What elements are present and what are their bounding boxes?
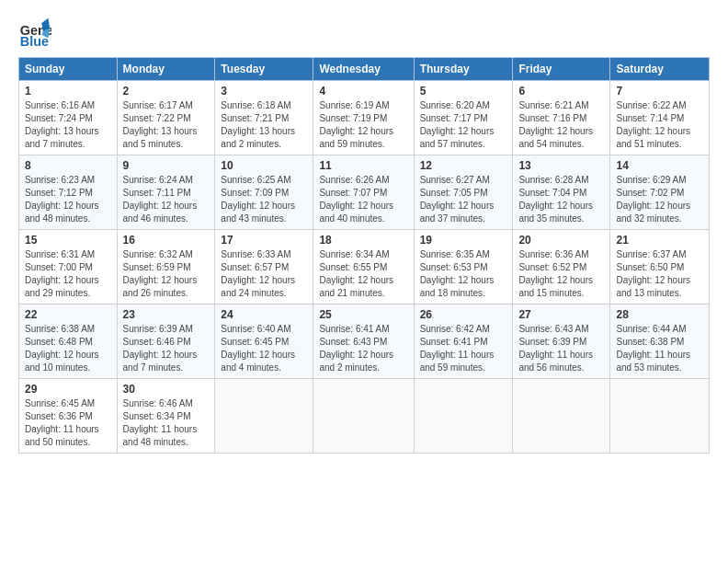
week-row-4: 22Sunrise: 6:38 AM Sunset: 6:48 PM Dayli… — [19, 304, 710, 379]
day-number: 7 — [616, 85, 703, 98]
day-number: 3 — [221, 85, 307, 98]
col-header-tuesday: Tuesday — [215, 58, 313, 81]
day-number: 8 — [25, 159, 111, 172]
day-number: 19 — [420, 234, 507, 247]
day-number: 2 — [123, 85, 210, 98]
calendar-cell: 28Sunrise: 6:44 AM Sunset: 6:38 PM Dayli… — [610, 304, 710, 379]
calendar-cell: 21Sunrise: 6:37 AM Sunset: 6:50 PM Dayli… — [610, 230, 710, 304]
day-info: Sunrise: 6:37 AM Sunset: 6:50 PM Dayligh… — [616, 248, 703, 300]
day-info: Sunrise: 6:45 AM Sunset: 6:36 PM Dayligh… — [25, 397, 111, 449]
day-info: Sunrise: 6:33 AM Sunset: 6:57 PM Dayligh… — [221, 248, 307, 300]
day-info: Sunrise: 6:42 AM Sunset: 6:41 PM Dayligh… — [420, 323, 507, 374]
col-header-thursday: Thursday — [414, 58, 513, 81]
day-info: Sunrise: 6:39 AM Sunset: 6:46 PM Dayligh… — [123, 323, 210, 374]
day-number: 23 — [123, 308, 210, 321]
calendar-cell — [215, 379, 313, 454]
calendar-cell: 7Sunrise: 6:22 AM Sunset: 7:14 PM Daylig… — [610, 81, 710, 155]
calendar-cell — [513, 379, 610, 454]
calendar-cell: 15Sunrise: 6:31 AM Sunset: 7:00 PM Dayli… — [19, 230, 118, 304]
day-number: 16 — [123, 234, 210, 247]
day-info: Sunrise: 6:35 AM Sunset: 6:53 PM Dayligh… — [420, 248, 507, 300]
day-info: Sunrise: 6:25 AM Sunset: 7:09 PM Dayligh… — [221, 174, 307, 225]
day-info: Sunrise: 6:27 AM Sunset: 7:05 PM Dayligh… — [420, 174, 507, 225]
day-number: 24 — [221, 308, 307, 321]
day-number: 29 — [25, 383, 111, 396]
day-info: Sunrise: 6:44 AM Sunset: 6:38 PM Dayligh… — [616, 323, 703, 374]
day-info: Sunrise: 6:22 AM Sunset: 7:14 PM Dayligh… — [616, 99, 703, 151]
calendar-cell: 25Sunrise: 6:41 AM Sunset: 6:43 PM Dayli… — [313, 304, 414, 379]
calendar-cell: 23Sunrise: 6:39 AM Sunset: 6:46 PM Dayli… — [117, 304, 215, 379]
calendar: SundayMondayTuesdayWednesdayThursdayFrid… — [18, 57, 710, 454]
day-number: 28 — [616, 308, 703, 321]
calendar-cell — [414, 379, 513, 454]
calendar-cell: 19Sunrise: 6:35 AM Sunset: 6:53 PM Dayli… — [414, 230, 513, 304]
day-info: Sunrise: 6:23 AM Sunset: 7:12 PM Dayligh… — [25, 174, 111, 225]
day-info: Sunrise: 6:21 AM Sunset: 7:16 PM Dayligh… — [518, 99, 604, 151]
day-info: Sunrise: 6:16 AM Sunset: 7:24 PM Dayligh… — [25, 99, 111, 151]
day-info: Sunrise: 6:18 AM Sunset: 7:21 PM Dayligh… — [221, 99, 307, 151]
day-info: Sunrise: 6:46 AM Sunset: 6:34 PM Dayligh… — [123, 397, 210, 449]
calendar-cell: 27Sunrise: 6:43 AM Sunset: 6:39 PM Dayli… — [513, 304, 610, 379]
calendar-cell: 14Sunrise: 6:29 AM Sunset: 7:02 PM Dayli… — [610, 155, 710, 230]
day-number: 1 — [25, 85, 111, 98]
calendar-cell: 11Sunrise: 6:26 AM Sunset: 7:07 PM Dayli… — [313, 155, 414, 230]
day-number: 5 — [420, 85, 507, 98]
day-number: 6 — [518, 85, 604, 98]
calendar-cell: 8Sunrise: 6:23 AM Sunset: 7:12 PM Daylig… — [19, 155, 118, 230]
day-number: 22 — [25, 308, 111, 321]
day-number: 4 — [319, 85, 407, 98]
day-info: Sunrise: 6:43 AM Sunset: 6:39 PM Dayligh… — [518, 323, 604, 374]
calendar-cell: 17Sunrise: 6:33 AM Sunset: 6:57 PM Dayli… — [215, 230, 313, 304]
day-number: 30 — [123, 383, 210, 396]
col-header-wednesday: Wednesday — [313, 58, 414, 81]
day-number: 27 — [518, 308, 604, 321]
day-info: Sunrise: 6:34 AM Sunset: 6:55 PM Dayligh… — [319, 248, 407, 300]
header: General Blue — [18, 17, 710, 50]
day-number: 9 — [123, 159, 210, 172]
day-number: 18 — [319, 234, 407, 247]
day-info: Sunrise: 6:36 AM Sunset: 6:52 PM Dayligh… — [518, 248, 604, 300]
day-info: Sunrise: 6:32 AM Sunset: 6:59 PM Dayligh… — [123, 248, 210, 300]
day-number: 14 — [616, 159, 703, 172]
calendar-cell: 13Sunrise: 6:28 AM Sunset: 7:04 PM Dayli… — [513, 155, 610, 230]
day-info: Sunrise: 6:40 AM Sunset: 6:45 PM Dayligh… — [221, 323, 307, 374]
logo: General Blue — [18, 17, 55, 50]
calendar-cell: 6Sunrise: 6:21 AM Sunset: 7:16 PM Daylig… — [513, 81, 610, 155]
calendar-cell — [313, 379, 414, 454]
day-info: Sunrise: 6:20 AM Sunset: 7:17 PM Dayligh… — [420, 99, 507, 151]
calendar-cell: 20Sunrise: 6:36 AM Sunset: 6:52 PM Dayli… — [513, 230, 610, 304]
calendar-cell: 16Sunrise: 6:32 AM Sunset: 6:59 PM Dayli… — [117, 230, 215, 304]
day-number: 10 — [221, 159, 307, 172]
day-info: Sunrise: 6:31 AM Sunset: 7:00 PM Dayligh… — [25, 248, 111, 300]
day-info: Sunrise: 6:24 AM Sunset: 7:11 PM Dayligh… — [123, 174, 210, 225]
calendar-cell: 22Sunrise: 6:38 AM Sunset: 6:48 PM Dayli… — [19, 304, 118, 379]
calendar-cell: 29Sunrise: 6:45 AM Sunset: 6:36 PM Dayli… — [19, 379, 118, 454]
day-info: Sunrise: 6:38 AM Sunset: 6:48 PM Dayligh… — [25, 323, 111, 374]
calendar-header-row: SundayMondayTuesdayWednesdayThursdayFrid… — [19, 58, 710, 81]
day-number: 26 — [420, 308, 507, 321]
calendar-cell: 18Sunrise: 6:34 AM Sunset: 6:55 PM Dayli… — [313, 230, 414, 304]
day-info: Sunrise: 6:26 AM Sunset: 7:07 PM Dayligh… — [319, 174, 407, 225]
calendar-cell: 9Sunrise: 6:24 AM Sunset: 7:11 PM Daylig… — [117, 155, 215, 230]
day-number: 12 — [420, 159, 507, 172]
day-info: Sunrise: 6:17 AM Sunset: 7:22 PM Dayligh… — [123, 99, 210, 151]
calendar-cell: 4Sunrise: 6:19 AM Sunset: 7:19 PM Daylig… — [313, 81, 414, 155]
day-number: 20 — [518, 234, 604, 247]
day-number: 15 — [25, 234, 111, 247]
calendar-cell — [610, 379, 710, 454]
week-row-5: 29Sunrise: 6:45 AM Sunset: 6:36 PM Dayli… — [19, 379, 710, 454]
calendar-cell: 12Sunrise: 6:27 AM Sunset: 7:05 PM Dayli… — [414, 155, 513, 230]
day-info: Sunrise: 6:28 AM Sunset: 7:04 PM Dayligh… — [518, 174, 604, 225]
week-row-1: 1Sunrise: 6:16 AM Sunset: 7:24 PM Daylig… — [19, 81, 710, 155]
day-number: 13 — [518, 159, 604, 172]
day-number: 21 — [616, 234, 703, 247]
calendar-cell: 30Sunrise: 6:46 AM Sunset: 6:34 PM Dayli… — [117, 379, 215, 454]
logo-icon: General Blue — [18, 17, 51, 50]
week-row-3: 15Sunrise: 6:31 AM Sunset: 7:00 PM Dayli… — [19, 230, 710, 304]
calendar-cell: 2Sunrise: 6:17 AM Sunset: 7:22 PM Daylig… — [117, 81, 215, 155]
calendar-cell: 3Sunrise: 6:18 AM Sunset: 7:21 PM Daylig… — [215, 81, 313, 155]
day-info: Sunrise: 6:41 AM Sunset: 6:43 PM Dayligh… — [319, 323, 407, 374]
day-number: 17 — [221, 234, 307, 247]
col-header-sunday: Sunday — [19, 58, 118, 81]
week-row-2: 8Sunrise: 6:23 AM Sunset: 7:12 PM Daylig… — [19, 155, 710, 230]
